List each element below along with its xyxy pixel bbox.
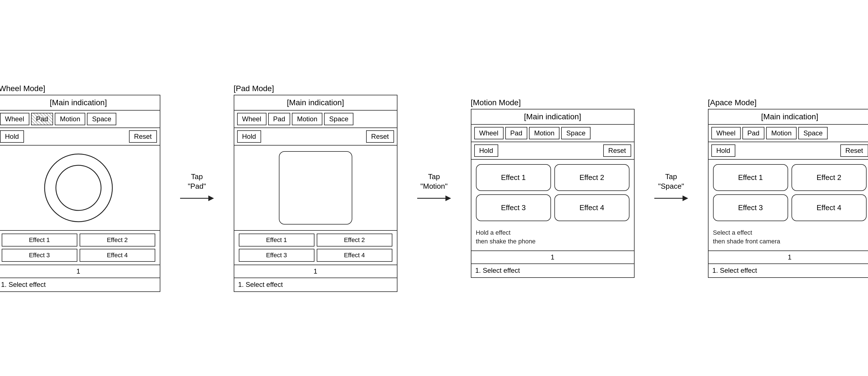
wheel-mode-buttons: Wheel Pad Motion Space [0, 110, 160, 128]
svg-point-1 [56, 165, 101, 210]
space-btn-space[interactable]: Space [798, 127, 828, 139]
wheel-btn-motion[interactable]: Motion [55, 113, 85, 125]
wheel-effect2[interactable]: Effect 2 [80, 234, 155, 246]
pad-effect4[interactable]: Effect 4 [317, 249, 392, 262]
svg-point-0 [44, 154, 112, 222]
space-hold-btn[interactable]: Hold [711, 144, 735, 157]
space-hold-reset: Hold Reset [709, 142, 868, 160]
wheel-mode-label: [Wheel Mode] [0, 84, 160, 95]
pad-page: 1 [234, 265, 397, 278]
pad-main-indication: [Main indication] [234, 95, 397, 110]
svg-marker-5 [445, 196, 451, 201]
space-btn-motion[interactable]: Motion [766, 127, 797, 139]
wheel-hold-btn[interactable]: Hold [0, 130, 24, 143]
pad-small-effects: Effect 1 Effect 2 Effect 3 Effect 4 [234, 230, 397, 265]
motion-effect2[interactable]: Effect 2 [554, 164, 629, 191]
space-panel: [Main indication] Wheel Pad Motion Space… [708, 109, 868, 264]
wheel-select-effect: 1. Select effect [0, 278, 160, 292]
space-btn-wheel[interactable]: Wheel [711, 127, 741, 139]
motion-main-indication: [Main indication] [471, 109, 634, 125]
svg-marker-7 [683, 196, 688, 201]
pad-btn-motion[interactable]: Motion [292, 113, 322, 125]
svg-marker-3 [208, 196, 214, 201]
space-hint: Select a effectthen shade front camera [709, 226, 868, 250]
motion-effects-area: Effect 1 Effect 2 Effect 3 Effect 4 [471, 160, 634, 226]
space-select-effect: 1. Select effect [708, 264, 868, 278]
motion-btn-pad[interactable]: Pad [505, 127, 528, 139]
pad-panel: [Main indication] Wheel Pad Motion Space… [234, 95, 398, 278]
wheel-effect1[interactable]: Effect 1 [2, 234, 78, 246]
pad-effect1[interactable]: Effect 1 [239, 234, 314, 246]
arrow2: Tap"Motion" [409, 172, 460, 204]
space-btn-pad[interactable]: Pad [742, 127, 765, 139]
motion-reset-btn[interactable]: Reset [603, 144, 631, 157]
motion-panel: [Main indication] Wheel Pad Motion Space… [471, 109, 634, 264]
space-effect4[interactable]: Effect 4 [792, 194, 867, 221]
pad-display [234, 145, 397, 230]
motion-mode-buttons: Wheel Pad Motion Space [471, 125, 634, 142]
pad-hold-reset: Hold Reset [234, 128, 397, 145]
pad-graphic[interactable] [279, 151, 352, 225]
arrow3: Tap"Space" [646, 172, 697, 204]
wheel-btn-space[interactable]: Space [87, 113, 116, 125]
wheel-effect4[interactable]: Effect 4 [80, 249, 155, 262]
motion-mode-label: [Motion Mode] [471, 98, 634, 109]
motion-btn-space[interactable]: Space [561, 127, 591, 139]
motion-effect4[interactable]: Effect 4 [554, 194, 629, 221]
arrow1-label: Tap"Pad" [188, 172, 206, 191]
motion-page: 1 [471, 250, 634, 264]
motion-btn-wheel[interactable]: Wheel [474, 127, 503, 139]
arrow1-graphic [180, 193, 214, 204]
arrow2-label: Tap"Motion" [420, 172, 448, 191]
motion-effect1[interactable]: Effect 1 [476, 164, 551, 191]
wheel-main-indication: [Main indication] [0, 95, 160, 110]
space-effect3[interactable]: Effect 3 [713, 194, 788, 221]
arrow3-label: Tap"Space" [658, 172, 684, 191]
wheel-panel: [Main indication] Wheel Pad Motion Space… [0, 95, 160, 278]
motion-hold-btn[interactable]: Hold [474, 144, 498, 157]
wheel-reset-btn[interactable]: Reset [129, 130, 157, 143]
motion-hold-reset: Hold Reset [471, 142, 634, 160]
wheel-page: 1 [0, 265, 160, 278]
space-effect1[interactable]: Effect 1 [713, 164, 788, 191]
pad-mode-buttons: Wheel Pad Motion Space [234, 110, 397, 128]
wheel-display [0, 145, 160, 230]
pad-reset-btn[interactable]: Reset [366, 130, 394, 143]
pad-select-effect: 1. Select effect [234, 278, 398, 292]
space-reset-btn[interactable]: Reset [840, 144, 868, 157]
wheel-effect3[interactable]: Effect 3 [2, 249, 78, 262]
arrow3-graphic [654, 193, 688, 204]
pad-effect2[interactable]: Effect 2 [317, 234, 392, 246]
arrow1: Tap"Pad" [172, 172, 222, 204]
wheel-hold-reset: Hold Reset [0, 128, 160, 145]
arrow2-graphic [417, 193, 451, 204]
motion-effects-grid: Effect 1 Effect 2 Effect 3 Effect 4 [476, 164, 629, 221]
wheel-small-effects: Effect 1 Effect 2 Effect 3 Effect 4 [0, 230, 160, 265]
motion-effect3[interactable]: Effect 3 [476, 194, 551, 221]
space-main-indication: [Main indication] [709, 109, 868, 125]
wheel-btn-pad[interactable]: Pad [31, 113, 53, 125]
pad-btn-wheel[interactable]: Wheel [237, 113, 267, 125]
space-effects-grid: Effect 1 Effect 2 Effect 3 Effect 4 [713, 164, 867, 221]
pad-btn-space[interactable]: Space [324, 113, 353, 125]
pad-btn-pad[interactable]: Pad [268, 113, 290, 125]
space-effect2[interactable]: Effect 2 [792, 164, 867, 191]
space-mode-label: [Apace Mode] [708, 98, 868, 109]
main-container: [Wheel Mode] [Main indication] Wheel Pad… [0, 73, 868, 303]
space-page: 1 [709, 250, 868, 264]
wheel-btn-wheel[interactable]: Wheel [0, 113, 29, 125]
pad-effect3[interactable]: Effect 3 [239, 249, 314, 262]
motion-select-effect: 1. Select effect [471, 264, 634, 278]
pad-hold-btn[interactable]: Hold [237, 130, 261, 143]
motion-btn-motion[interactable]: Motion [529, 127, 559, 139]
space-mode-buttons: Wheel Pad Motion Space [709, 125, 868, 142]
space-effects-area: Effect 1 Effect 2 Effect 3 Effect 4 [709, 160, 868, 226]
pad-mode-label: [Pad Mode] [234, 84, 398, 95]
motion-hint: Hold a effectthen shake the phone [471, 226, 634, 250]
wheel-graphic [42, 151, 115, 225]
